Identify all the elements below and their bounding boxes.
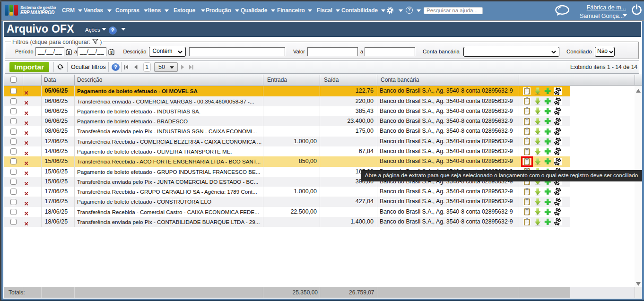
svg-text:8: 8 — [110, 50, 113, 55]
svg-text:8: 8 — [68, 50, 70, 55]
